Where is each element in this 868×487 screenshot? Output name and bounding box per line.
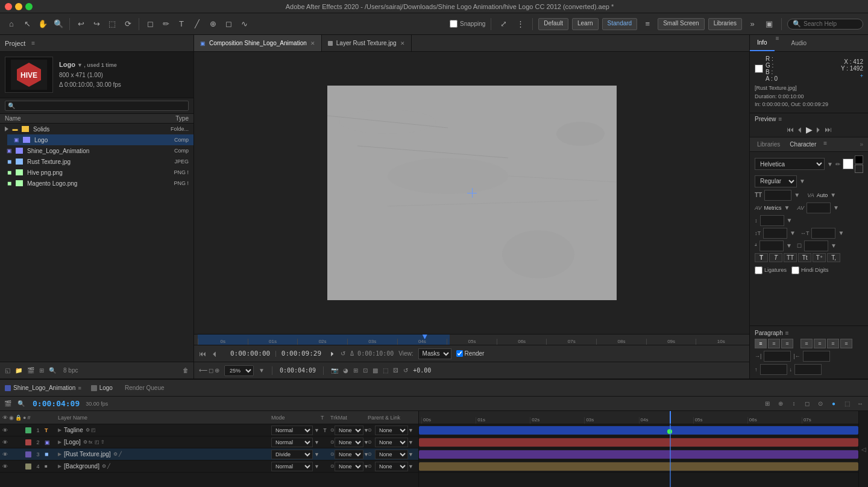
undo-icon[interactable]: ↩: [74, 17, 87, 31]
tl-tool-1[interactable]: ⊞: [762, 398, 773, 409]
info-menu-icon[interactable]: ≡: [776, 35, 779, 51]
render-checkbox[interactable]: Render: [456, 350, 485, 357]
style-select[interactable]: Regular: [755, 175, 797, 187]
comp-tab-bottom[interactable]: Shine_Logo_Animation ≡: [5, 385, 81, 391]
3d-icon[interactable]: ⚄: [393, 367, 398, 374]
prev-frame-icon[interactable]: ⏴: [211, 350, 218, 358]
tl-tool-7[interactable]: ⬚: [841, 398, 852, 409]
view-select[interactable]: Masks: [418, 348, 451, 359]
play-first-icon[interactable]: ⏮: [199, 350, 206, 358]
clone-icon[interactable]: ⊕: [206, 17, 219, 31]
mode-dropdown-2[interactable]: ▼: [314, 439, 319, 445]
search-input[interactable]: [804, 20, 858, 27]
eye-icon-4[interactable]: 👁: [2, 463, 10, 470]
leading-input[interactable]: - px: [760, 215, 784, 226]
redo-icon[interactable]: ↪: [90, 17, 103, 31]
font-size-input[interactable]: 36 px: [764, 190, 791, 201]
tl-tool-5[interactable]: ⊙: [815, 398, 826, 409]
expand-3[interactable]: ▶: [58, 451, 61, 457]
bg-swatch[interactable]: [855, 165, 863, 173]
metrics-dropdown[interactable]: ▼: [784, 204, 790, 211]
edit-font-icon[interactable]: ✏: [835, 161, 840, 168]
ligatures-label[interactable]: Ligatures: [755, 266, 787, 274]
close-button[interactable]: [5, 3, 12, 10]
media-bridge-icon[interactable]: ⊞: [39, 367, 44, 374]
comp-tab-menu[interactable]: ≡: [78, 385, 81, 391]
vert-scale-input[interactable]: 100 %: [763, 228, 787, 239]
layer-tab-close[interactable]: ✕: [400, 40, 405, 46]
transparency-icon[interactable]: ▩: [373, 367, 378, 374]
tl-tool-4[interactable]: ◻: [802, 398, 813, 409]
logo-tab-bottom[interactable]: Logo: [91, 385, 113, 391]
zoom-select[interactable]: 25%: [224, 365, 254, 376]
default-workspace-btn[interactable]: Default: [538, 18, 568, 30]
viewer-icon-2[interactable]: ◻: [209, 367, 213, 374]
parent-select-4[interactable]: None: [375, 462, 408, 471]
mode-dropdown-3[interactable]: ▼: [314, 451, 319, 457]
list-item[interactable]: ◼ Rust Texture.jpg JPEG: [0, 156, 193, 167]
delete-icon[interactable]: 🗑: [183, 367, 189, 374]
justify-all-btn[interactable]: ≡: [840, 339, 852, 348]
trkmat-select-4[interactable]: None: [335, 462, 363, 471]
show-channel-icon[interactable]: ⊡: [363, 367, 368, 374]
eye-icon-3[interactable]: 👁: [2, 451, 10, 457]
workspace-menu-icon[interactable]: ≡: [641, 17, 654, 31]
small-screen-btn[interactable]: Small Screen: [658, 18, 704, 30]
parent-select-1[interactable]: None: [375, 426, 408, 435]
size-dropdown[interactable]: ▼: [794, 192, 800, 198]
project-search[interactable]: [0, 98, 193, 114]
tl-time-display[interactable]: 0:00:04:09: [29, 399, 83, 408]
font-dropdown-icon[interactable]: ▼: [827, 161, 833, 168]
style-dropdown-icon[interactable]: ▼: [799, 178, 805, 184]
superscript-btn[interactable]: T⁺: [813, 253, 826, 262]
viewer-icon-3[interactable]: ⊕: [215, 367, 219, 374]
preview-first-icon[interactable]: ⏮: [787, 125, 794, 134]
tracking-input[interactable]: 0: [807, 203, 831, 213]
justify-left-btn[interactable]: ≡: [800, 339, 813, 348]
eye-icon-1[interactable]: 👁: [2, 427, 10, 433]
color-correct-icon[interactable]: ◕: [343, 367, 348, 374]
font-select[interactable]: Helvetica: [755, 158, 825, 170]
align-icon[interactable]: ⋮: [514, 17, 527, 31]
rotate-icon[interactable]: ⟳: [121, 17, 134, 31]
tracking-dropdown[interactable]: ▼: [833, 204, 839, 211]
char-menu-icon[interactable]: ≡: [823, 140, 827, 149]
search-box[interactable]: 🔍: [787, 19, 863, 30]
mode-select-1[interactable]: Normal: [271, 426, 313, 435]
brush-icon[interactable]: ╱: [190, 17, 204, 31]
tl-search-icon[interactable]: 🔍: [16, 398, 27, 409]
minimize-button[interactable]: [15, 3, 22, 10]
reset-icon[interactable]: ↺: [403, 367, 408, 374]
italic-btn[interactable]: T: [769, 253, 782, 262]
space-before-input[interactable]: 0 px: [760, 364, 787, 375]
timeline-collapse-handle[interactable]: ◁: [858, 411, 868, 487]
mode-select-4[interactable]: Normal: [271, 462, 313, 471]
list-item[interactable]: ▬ Solids Folde...: [0, 124, 193, 134]
tl-video-icon[interactable]: 🎬: [2, 398, 13, 409]
trkmat-select-1[interactable]: None: [335, 426, 363, 435]
render-queue-label[interactable]: Render Queue: [125, 385, 165, 391]
new-folder-icon[interactable]: 📁: [15, 367, 22, 374]
mask-icon[interactable]: ◻: [143, 17, 157, 31]
loop-icon[interactable]: ↺: [341, 350, 345, 357]
maximize-button[interactable]: [25, 3, 33, 10]
mode-dropdown-1[interactable]: ▼: [314, 427, 319, 433]
subscript-btn[interactable]: T,: [827, 253, 840, 262]
audio-tab[interactable]: Audio: [784, 35, 814, 51]
parent-select-3[interactable]: None: [375, 450, 408, 459]
parent-dropdown-1[interactable]: ▼: [408, 427, 414, 433]
hindi-digits-label[interactable]: Hindi Digits: [791, 266, 829, 274]
preview-play-icon[interactable]: ▶: [806, 125, 813, 134]
eye-icon-2[interactable]: 👁: [2, 439, 10, 445]
motion-sketch-icon[interactable]: ⤢: [497, 17, 510, 31]
tl-tool-8[interactable]: ↔: [855, 398, 866, 409]
preview-next-icon[interactable]: ⏵: [815, 125, 822, 134]
left-indent-input[interactable]: 0 px: [764, 351, 791, 362]
grid-icon[interactable]: ⊞: [353, 367, 358, 374]
parent-select-2[interactable]: None: [375, 438, 408, 447]
puppet-icon[interactable]: ∿: [237, 17, 251, 31]
space-after-input[interactable]: 0 px: [794, 364, 822, 375]
interpret-footage-icon[interactable]: ◱: [5, 367, 10, 374]
render-input[interactable]: [456, 350, 463, 357]
list-item[interactable]: ◼ Hive png.png PNG !: [0, 167, 193, 178]
